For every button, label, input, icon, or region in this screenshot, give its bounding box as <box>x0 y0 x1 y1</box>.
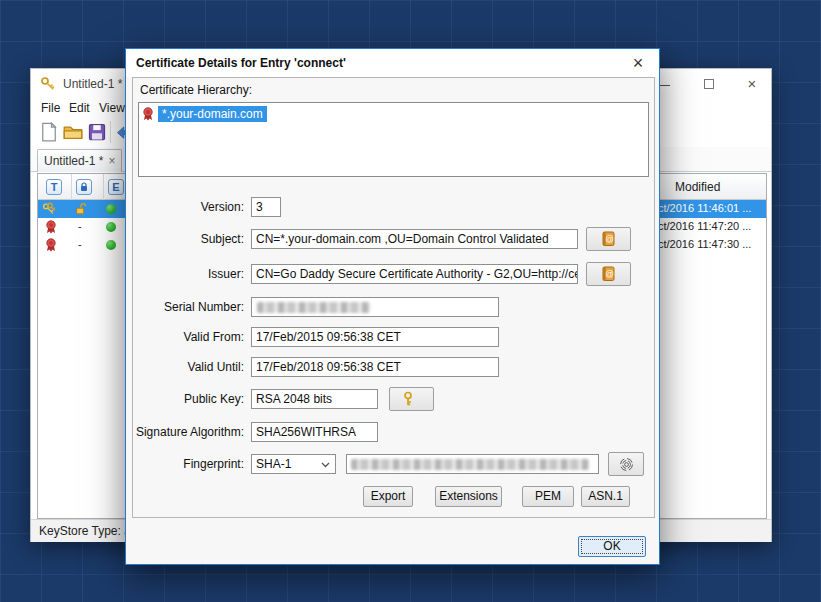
signature-algorithm-field[interactable]: SHA256WITHRSA <box>251 422 378 442</box>
row-lock-dash: - <box>78 220 82 232</box>
version-label: Version: <box>201 197 244 217</box>
hierarchy-list-item[interactable]: *.your-domain.com <box>141 105 267 123</box>
save-icon[interactable] <box>87 122 107 142</box>
certificate-details-dialog: Certificate Details for Entry 'connect' … <box>125 48 660 565</box>
certificate-hierarchy-list[interactable]: *.your-domain.com <box>138 102 649 177</box>
ok-button[interactable]: OK <box>578 536 646 557</box>
fingerprint-button[interactable] <box>608 452 644 476</box>
svg-text:@: @ <box>605 269 614 279</box>
row-lock-dash: - <box>78 238 82 250</box>
trusted-certificate-icon <box>44 238 58 252</box>
export-button[interactable]: Export <box>363 486 413 507</box>
tab-untitled-1[interactable]: Untitled-1 * × <box>37 149 122 172</box>
column-lock-header[interactable] <box>76 179 92 195</box>
row-modified-value: ct/2016 11:46:01 ... <box>658 202 751 214</box>
tab-close-icon[interactable]: × <box>108 155 115 167</box>
pem-button[interactable]: PEM <box>522 486 574 507</box>
valid-from-field[interactable]: 17/Feb/2015 09:56:38 CET <box>251 327 499 347</box>
public-key-label: Public Key: <box>184 389 244 409</box>
unlocked-padlock-icon <box>74 202 88 216</box>
status-green-icon <box>106 222 116 232</box>
tab-label: Untitled-1 * <box>44 154 103 168</box>
row-modified-value: ct/2016 11:47:20 ... <box>658 220 751 232</box>
menu-edit[interactable]: Edit <box>65 100 94 116</box>
subject-label: Subject: <box>201 229 244 249</box>
maximize-icon <box>704 79 714 89</box>
address-book-icon: @ <box>601 231 616 247</box>
window-title: Untitled-1 * <box>63 77 122 91</box>
valid-until-field[interactable]: 17/Feb/2018 09:56:38 CET <box>251 357 499 377</box>
open-folder-icon[interactable] <box>63 122 83 142</box>
signature-algorithm-label: Signature Algorithm: <box>136 422 244 442</box>
serial-number-redacted-blur <box>257 302 370 313</box>
public-key-field[interactable]: RSA 2048 bits <box>251 389 378 409</box>
chevron-down-icon <box>321 462 330 468</box>
serial-number-field[interactable] <box>251 297 499 317</box>
header-separator <box>71 174 72 200</box>
dialog-title: Certificate Details for Entry 'connect' <box>136 56 346 70</box>
key-icon <box>403 391 420 407</box>
dialog-close-icon[interactable]: × <box>625 51 651 75</box>
issuer-address-book-button[interactable]: @ <box>586 262 631 286</box>
header-separator <box>103 174 104 200</box>
public-key-button[interactable] <box>389 387 434 411</box>
version-field[interactable]: 3 <box>251 197 281 217</box>
menu-file[interactable]: File <box>37 100 64 116</box>
maximize-button[interactable] <box>696 73 722 95</box>
minimize-icon <box>659 85 670 86</box>
new-document-icon[interactable] <box>39 122 59 142</box>
issuer-label: Issuer: <box>208 264 244 284</box>
fingerprint-algorithm-value: SHA-1 <box>256 457 291 471</box>
certificate-hierarchy-label: Certificate Hierarchy: <box>140 83 252 97</box>
app-keys-icon <box>40 76 56 92</box>
asn1-button[interactable]: ASN.1 <box>581 486 630 507</box>
row-modified-value: ct/2016 11:47:30 ... <box>658 238 751 250</box>
issuer-field[interactable]: CN=Go Daddy Secure Certificate Authority… <box>251 264 578 284</box>
hierarchy-item-label: *.your-domain.com <box>158 106 267 122</box>
key-pair-icon <box>42 202 56 216</box>
valid-until-label: Valid Until: <box>188 357 244 377</box>
desktop: Untitled-1 * × File Edit View <box>0 0 821 602</box>
fingerprint-redacted-blur <box>351 459 589 470</box>
serial-number-label: Serial Number: <box>164 297 244 317</box>
column-type-header[interactable]: T <box>46 179 62 195</box>
svg-text:@: @ <box>605 234 614 244</box>
close-button[interactable]: × <box>739 73 765 95</box>
menu-view[interactable]: View <box>95 100 129 116</box>
fingerprint-label: Fingerprint: <box>183 454 244 474</box>
subject-field[interactable]: CN=*.your-domain.com ,OU=Domain Control … <box>251 229 578 249</box>
status-green-icon <box>106 204 116 214</box>
lock-icon <box>79 182 89 193</box>
fingerprint-icon <box>619 457 634 472</box>
close-icon: × <box>748 75 757 92</box>
extensions-button[interactable]: Extensions <box>435 486 502 507</box>
toolbar-separator <box>110 121 111 143</box>
valid-from-label: Valid From: <box>184 327 244 347</box>
trusted-certificate-icon <box>44 220 58 234</box>
fingerprint-field[interactable] <box>346 454 599 474</box>
subject-address-book-button[interactable]: @ <box>586 227 631 251</box>
column-modified-header[interactable]: Modified <box>675 180 720 194</box>
column-expiry-header[interactable]: E <box>108 179 124 195</box>
fingerprint-algorithm-select[interactable]: SHA-1 <box>251 454 336 474</box>
certificate-icon <box>141 107 155 121</box>
dialog-titlebar[interactable]: Certificate Details for Entry 'connect' … <box>126 49 659 77</box>
status-green-icon <box>106 240 116 250</box>
address-book-icon: @ <box>601 266 616 282</box>
